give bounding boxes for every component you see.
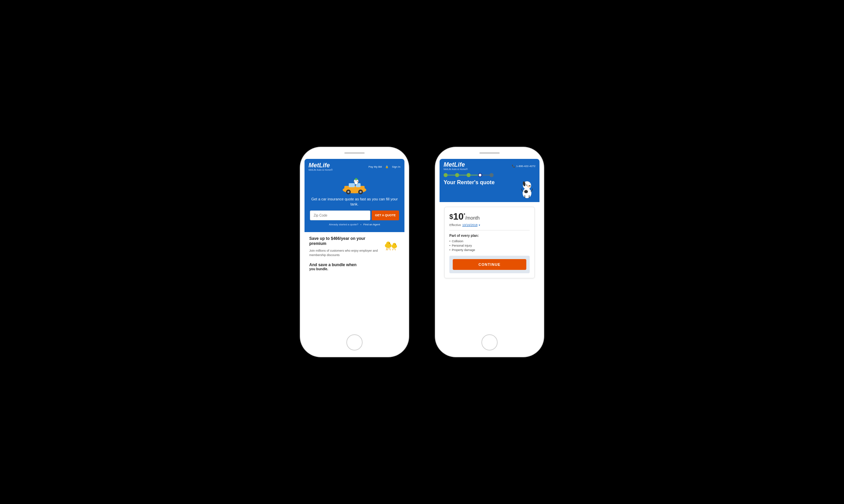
progress-step-3	[467, 173, 471, 177]
phone1-logo-block: MetLife MetLife Auto & Home®	[309, 162, 333, 171]
effective-date-row: Effective 10/16/2018 ▾	[449, 223, 530, 230]
already-started-text: Already started a quote?	[329, 223, 358, 226]
svg-point-5	[347, 191, 349, 193]
svg-point-31	[529, 185, 530, 186]
quote-card: $10*/month Effective 10/16/2018 ▾ Part o…	[444, 207, 535, 278]
progress-line-3	[471, 175, 478, 176]
svg-point-11	[357, 181, 358, 182]
lock-icon: 🔒	[385, 165, 389, 168]
phone1-nav: Pay My Bill 🔒 Sign In	[369, 165, 400, 168]
phone1-form: GET A QUOTE	[309, 211, 400, 220]
progress-step-5	[490, 173, 494, 177]
phone1-links: Already started a quote? • Find an Agent	[309, 223, 400, 227]
metlife-subtitle: MetLife Auto & Home®	[309, 169, 333, 171]
plan-label: Part of every plan:	[449, 234, 530, 237]
svg-point-17	[389, 242, 390, 243]
progress-step-4	[478, 173, 482, 177]
zip-input[interactable]	[310, 211, 370, 220]
svg-point-32	[526, 184, 527, 185]
continue-section: CONTINUE	[449, 256, 530, 273]
phone1-header: MetLife MetLife Auto & Home® Pay My Bill…	[304, 159, 404, 174]
svg-line-19	[388, 248, 388, 250]
price-dollar: $	[449, 213, 453, 220]
phone1-bundle-title: And save a bundle when	[309, 263, 400, 267]
price-display: $10*/month	[449, 212, 530, 221]
phone-2: MetLife MetLife Auto & Home® 📞 1-800-422…	[436, 147, 544, 357]
phone2-topbar: MetLife MetLife Auto & Home® 📞 1-800-422…	[444, 162, 535, 170]
metlife-logo: MetLife	[309, 162, 333, 168]
phone1-brand-bar: MetLife MetLife Auto & Home® Pay My Bill…	[309, 162, 400, 171]
woodstock-birds	[382, 236, 400, 250]
phone2-title-row: Your Renter's quote	[444, 179, 535, 199]
effective-date-link[interactable]: 10/16/2018	[462, 223, 477, 227]
svg-point-16	[389, 242, 390, 244]
separator: •	[360, 223, 361, 226]
svg-rect-2	[349, 183, 355, 187]
phone-icon: 📞	[512, 165, 515, 168]
price-period: /month	[465, 215, 480, 221]
phone2-header: MetLife MetLife Auto & Home® 📞 1-800-422…	[440, 159, 540, 202]
phone1-tagline: Get a car insurance quote as fast as you…	[309, 197, 400, 207]
svg-line-25	[393, 248, 393, 250]
svg-point-10	[356, 181, 358, 182]
plan-item-personal-injury: Personal injury	[449, 244, 530, 247]
chevron-down-icon: ▾	[479, 224, 480, 227]
progress-line-4	[482, 175, 490, 176]
phone1-hero: Get a car insurance quote as fast as you…	[304, 174, 404, 232]
svg-line-26	[395, 248, 395, 250]
renter-quote-title: Your Renter's quote	[444, 179, 518, 185]
plan-item-collision: Collision	[449, 239, 530, 243]
phone-number-text[interactable]: 1-800-422-4272	[516, 165, 535, 168]
phone2-content: $10*/month Effective 10/16/2018 ▾ Part o…	[440, 202, 540, 333]
svg-line-18	[386, 248, 387, 250]
metlife-logo-2: MetLife	[444, 162, 468, 168]
svg-rect-13	[355, 178, 357, 179]
phone1-bundle-sub: you bundle.	[309, 267, 400, 271]
svg-point-27	[523, 188, 531, 198]
svg-line-20	[390, 248, 390, 250]
metlife-subtitle-2: MetLife Auto & Home®	[444, 168, 468, 170]
svg-point-33	[524, 190, 528, 193]
progress-line-2	[459, 175, 467, 176]
phone1-content: Save up to $466/year on your premium Joi…	[304, 232, 404, 333]
phone2-phone-number: 📞 1-800-422-4272	[512, 165, 535, 168]
progress-line-1	[448, 175, 455, 176]
price-amount: 10	[453, 211, 463, 222]
snoopy-standing-illustration	[518, 179, 535, 199]
effective-label: Effective	[449, 223, 461, 227]
snoopy-car-illustration	[339, 177, 370, 194]
pay-bill-link[interactable]: Pay My Bill	[369, 165, 382, 168]
progress-step-1	[444, 173, 448, 177]
plan-item-property-damage: Property damage	[449, 248, 530, 252]
progress-bar	[444, 173, 535, 177]
progress-step-2	[455, 173, 459, 177]
phone2-logo-block: MetLife MetLife Auto & Home®	[444, 162, 468, 170]
phone-1: MetLife MetLife Auto & Home® Pay My Bill…	[300, 147, 408, 357]
get-quote-button[interactable]: GET A QUOTE	[372, 211, 399, 220]
continue-button[interactable]: CONTINUE	[453, 259, 526, 270]
find-agent-link[interactable]: Find an Agent	[363, 223, 380, 226]
signin-link[interactable]: Sign In	[392, 165, 400, 168]
svg-point-7	[359, 191, 362, 193]
